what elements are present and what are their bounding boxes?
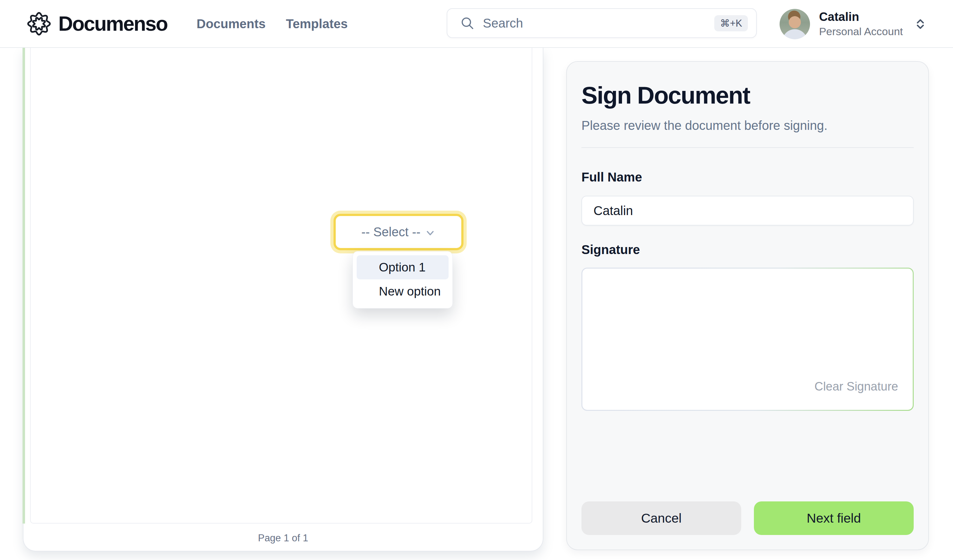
search-input[interactable] (483, 16, 714, 30)
chevron-down-icon (425, 228, 436, 238)
page-indicator: Page 1 of 1 (23, 532, 543, 544)
brand-name: Documenso (58, 12, 168, 36)
signature-label: Signature (581, 243, 914, 257)
nav-item-templates[interactable]: Templates (286, 17, 348, 31)
panel-subtitle: Please review the document before signin… (581, 119, 914, 133)
search-shortcut-badge: ⌘+K (714, 15, 748, 31)
nav-item-documents[interactable]: Documents (197, 17, 266, 31)
panel-divider (581, 147, 914, 148)
full-name-label: Full Name (581, 170, 914, 184)
document-card: Page 1 of 1 (23, 48, 543, 551)
signature-pad[interactable]: Clear Signature (582, 269, 913, 410)
panel-spacer (581, 411, 914, 501)
dropdown-option-1[interactable]: Option 1 (357, 255, 449, 279)
user-account-type: Personal Account (819, 26, 903, 37)
select-field-placeholder: -- Select -- (362, 225, 421, 239)
rosette-seal-icon (27, 12, 51, 36)
document-accent-line (23, 48, 25, 524)
search-icon (460, 16, 475, 30)
user-texts: Catalin Personal Account (819, 11, 903, 37)
search-box[interactable]: ⌘+K (447, 8, 757, 38)
main-nav: Documents Templates (197, 0, 348, 48)
select-dropdown-menu: Option 1 New option (352, 251, 453, 308)
chevrons-up-down-icon (914, 17, 927, 31)
full-name-input[interactable] (581, 196, 914, 226)
panel-actions: Cancel Next field (581, 501, 914, 535)
brand-logo[interactable]: Documenso (27, 12, 168, 36)
next-field-button[interactable]: Next field (754, 501, 914, 535)
user-menu-button[interactable]: Catalin Personal Account (779, 0, 927, 48)
document-select-field[interactable]: -- Select -- (334, 214, 464, 250)
panel-title: Sign Document (581, 81, 914, 109)
clear-signature-button[interactable]: Clear Signature (815, 380, 898, 393)
cancel-button[interactable]: Cancel (581, 501, 741, 535)
sign-document-panel: Sign Document Please review the document… (566, 61, 929, 550)
document-page (30, 48, 532, 524)
top-nav: Documenso Documents Templates ⌘+K Catali… (0, 0, 953, 48)
user-name: Catalin (819, 11, 903, 24)
dropdown-option-new[interactable]: New option (357, 279, 449, 303)
signature-frame: Clear Signature (581, 268, 914, 411)
page-content: Page 1 of 1 -- Select -- Option 1 New op… (0, 0, 953, 560)
avatar (779, 9, 810, 39)
